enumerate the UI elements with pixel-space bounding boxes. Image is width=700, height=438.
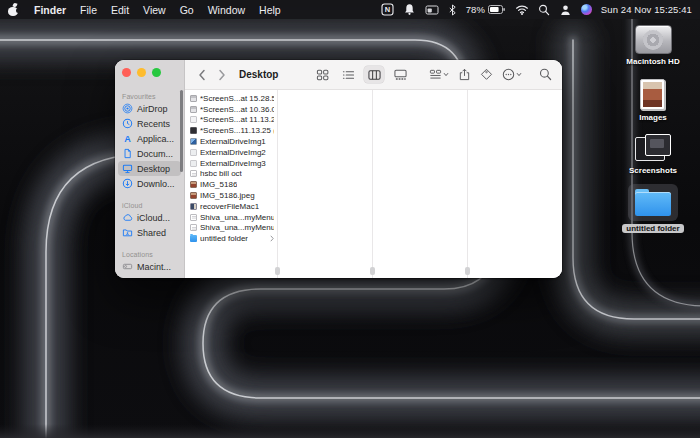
file-name: Shiva_una...myMenu2 [200,223,274,232]
sidebar-item-shared[interactable]: Shared [118,225,181,240]
screenshot-thumbnail-icon [190,127,197,134]
file-name: *ScreenS...at 10.36.08 [200,105,274,114]
sidebar-item-macintosh-hd[interactable]: Macint... [118,259,181,274]
hard-drive-icon [635,25,672,54]
window-title: Desktop [239,69,278,80]
file-row[interactable]: *ScreenS...at 11.13.25 [185,115,277,126]
notion-app-icon[interactable]: N [381,3,394,17]
screenshot-thumbnail-icon [190,106,197,113]
sidebar-item-label: Recents [137,119,170,129]
applications-icon: A [122,133,133,144]
search-button[interactable] [539,66,552,84]
view-switcher [312,66,410,83]
file-column-3 [373,90,467,278]
apple-menu-icon[interactable] [8,4,18,16]
siri-icon[interactable] [581,4,592,15]
desktop-icon-label: Images [639,113,667,122]
svg-text:N: N [385,5,390,14]
group-by-button[interactable] [429,66,449,84]
file-row[interactable]: recoverFileMac1 [185,201,277,212]
battery-icon [488,4,506,15]
share-button[interactable] [458,66,471,84]
sidebar-item-icloud-drive[interactable]: iCloud... [118,210,181,225]
file-column-4 [468,90,562,278]
file-row[interactable]: IMG_5186.jpeg [185,190,277,201]
close-button[interactable] [122,68,131,77]
zoom-button[interactable] [152,68,161,77]
sidebar-item-recents[interactable]: Recents [118,116,181,131]
finder-sidebar: Favourites AirDrop Recents A Applica... … [115,60,185,278]
desktop-icon-screenshots[interactable]: Screenshots [629,134,677,175]
file-column-2 [278,90,372,278]
image-thumbnail-icon [190,149,197,156]
menu-help[interactable]: Help [259,4,281,16]
user-switching-icon[interactable] [559,3,572,17]
downloads-icon [122,178,133,189]
file-row[interactable]: IMG_5186 [185,179,277,190]
notification-bell-icon[interactable] [403,3,416,17]
menu-go[interactable]: Go [180,4,194,16]
spotlight-search-icon[interactable] [538,3,550,17]
toolbar-actions [312,66,552,84]
column-view-button[interactable] [364,66,384,83]
menu-finder[interactable]: Finder [34,4,66,16]
sidebar-item-applications[interactable]: A Applica... [118,131,181,146]
wifi-icon[interactable] [515,3,529,17]
file-row[interactable]: Shiva_una...myMenu2 [185,223,277,234]
sidebar-item-airdrop[interactable]: AirDrop [118,101,181,116]
menu-bar-left: Finder File Edit View Go Window Help [8,4,281,16]
file-column-1: *ScreenS...at 15.28.56 *ScreenS...at 10.… [185,90,277,278]
file-row[interactable]: hsbc bill oct [185,169,277,180]
file-row[interactable]: ExternalDriveImg1 [185,136,277,147]
menu-edit[interactable]: Edit [111,4,129,16]
minimize-button[interactable] [137,68,146,77]
list-view-button[interactable] [338,66,358,83]
tag-button[interactable] [480,66,493,84]
desktop-icon-untitled-folder[interactable]: untitled folder [622,184,683,233]
sidebar-item-documents[interactable]: Docum... [118,146,181,161]
sidebar-scrollbar[interactable] [180,90,183,172]
sidebar-item-downloads[interactable]: Downlo... [118,176,181,191]
file-row[interactable]: ExternalDriveImg2 [185,147,277,158]
app-window-icon[interactable] [425,3,439,17]
menu-bar-clock[interactable]: Sun 24 Nov 15:25:41 [601,4,692,15]
clock-icon [122,118,133,129]
menu-bar: Finder File Edit View Go Window Help N 7… [0,0,700,19]
image-thumbnail-icon [190,192,197,199]
screenshot-thumbnail-icon [190,95,197,102]
desktop-icon [122,163,133,174]
file-row[interactable]: *ScreenS...at 10.36.08 [185,104,277,115]
menu-file[interactable]: File [80,4,97,16]
desktop-icon-label: untitled folder [622,224,683,233]
internal-drive-icon [122,261,133,272]
sidebar-item-label: AirDrop [137,104,168,114]
folder-file-icon [190,235,197,242]
forward-button[interactable] [215,66,229,84]
image-thumbnail-icon [190,203,197,210]
menu-window[interactable]: Window [208,4,245,16]
cloud-icon [122,212,133,223]
desktop-icon-images[interactable]: Images [639,79,667,122]
icon-view-button[interactable] [312,66,332,83]
sidebar-section-header: Locations [115,249,184,259]
file-name: *ScreenS...11.13.25 (2) [200,126,274,135]
finder-toolbar: Desktop [185,60,562,90]
file-row-untitled-folder[interactable]: untitled folder [185,233,277,244]
menu-view[interactable]: View [143,4,166,16]
bluetooth-icon[interactable] [448,3,457,17]
sidebar-section-favourites: Favourites AirDrop Recents A Applica... … [115,91,184,191]
file-row[interactable]: Shiva_una...myMenu1 [185,212,277,223]
sidebar-item-desktop[interactable]: Desktop [118,161,181,176]
file-row[interactable]: *ScreenS...11.13.25 (2) [185,125,277,136]
file-row[interactable]: *ScreenS...at 15.28.56 [185,93,277,104]
back-button[interactable] [195,66,209,84]
file-row[interactable]: ExternalDriveImg3 [185,158,277,169]
gallery-view-button[interactable] [390,66,410,83]
more-actions-button[interactable] [502,66,522,84]
file-name: ExternalDriveImg3 [200,159,266,168]
desktop-icon-macintosh-hd[interactable]: Macintosh HD [626,25,679,66]
sidebar-section-header: Favourites [115,91,184,101]
battery-status[interactable]: 78% [466,4,506,15]
file-name: *ScreenS...at 11.13.25 [200,115,274,124]
image-thumbnail-icon [190,181,197,188]
